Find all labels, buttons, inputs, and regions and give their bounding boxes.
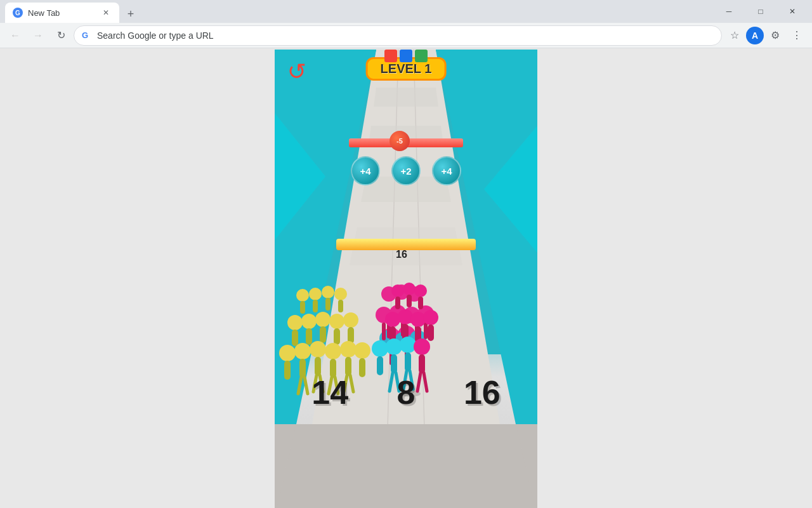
svg-point-166: [296, 289, 309, 302]
svg-point-183: [325, 343, 341, 359]
svg-text:16: 16: [396, 249, 407, 260]
svg-point-136: [403, 283, 416, 295]
svg-point-184: [340, 341, 357, 358]
svg-rect-140: [418, 297, 423, 309]
svg-point-185: [279, 345, 296, 361]
tab-title: New Tab: [28, 8, 95, 18]
svg-rect-138: [395, 297, 400, 309]
svg-point-175: [343, 312, 358, 328]
svg-point-173: [329, 314, 344, 329]
svg-rect-167: [313, 300, 318, 312]
window-controls: ─ □ ✕: [714, 1, 807, 22]
svg-point-163: [309, 288, 322, 300]
svg-point-182: [310, 341, 326, 358]
deco-box-green: [415, 50, 428, 62]
toolbar-right: ☆ A ⚙ ⋮: [724, 25, 807, 46]
address-bar[interactable]: G Search Google or type a URL: [74, 25, 722, 46]
svg-rect-176: [306, 328, 312, 345]
svg-point-181: [294, 343, 311, 359]
svg-point-164: [322, 286, 334, 298]
reload-button[interactable]: ↻: [51, 25, 71, 46]
crowd-number-center: 8: [397, 373, 416, 411]
deco-box-blue: [400, 50, 412, 62]
svg-point-152: [372, 340, 388, 357]
close-button[interactable]: ✕: [778, 1, 807, 22]
active-tab[interactable]: G New Tab ✕: [5, 3, 119, 23]
tab-strip: G New Tab ✕ +: [5, 0, 714, 23]
red-ball: -5: [390, 131, 410, 151]
svg-point-141: [385, 312, 400, 327]
svg-point-149: [386, 338, 402, 355]
svg-point-171: [301, 314, 317, 329]
bonus-circle-1: +4: [351, 156, 380, 185]
svg-rect-139: [407, 295, 412, 307]
minimize-button[interactable]: ─: [714, 1, 743, 22]
tab-close-button[interactable]: ✕: [100, 7, 112, 18]
svg-point-142: [398, 309, 413, 324]
svg-rect-148: [428, 324, 434, 341]
address-text: Search Google or type a URL: [97, 30, 714, 41]
back-button[interactable]: ←: [5, 25, 25, 46]
maximize-button[interactable]: □: [746, 1, 775, 22]
svg-point-172: [315, 312, 331, 327]
crowd-number-right: 16: [464, 373, 501, 411]
svg-rect-155: [419, 354, 425, 373]
svg-point-186: [354, 342, 370, 359]
svg-rect-169: [338, 300, 343, 312]
top-decorations: [384, 50, 428, 62]
extensions-button[interactable]: ⚙: [765, 25, 785, 46]
forward-button[interactable]: →: [28, 25, 48, 46]
svg-rect-153: [391, 354, 397, 373]
bonus-circle-3: +4: [432, 156, 461, 185]
svg-point-151: [414, 338, 430, 355]
new-tab-button[interactable]: +: [122, 5, 140, 23]
bookmark-button[interactable]: ☆: [724, 25, 745, 46]
toolbar: ← → ↻ G Search Google or type a URL ☆ A …: [0, 23, 812, 48]
svg-point-165: [334, 288, 347, 300]
svg-point-135: [391, 284, 404, 297]
svg-rect-179: [292, 330, 298, 346]
svg-rect-156: [377, 356, 383, 375]
svg-rect-177: [320, 326, 326, 343]
crowd-number-left: 14: [311, 373, 348, 411]
game-container: LEVEL 1 ↻ -5 +4 +2 +4: [275, 50, 537, 508]
svg-marker-11: [275, 424, 537, 508]
chrome-window: G New Tab ✕ + ─ □ ✕ ← → ↻: [0, 0, 812, 508]
deco-box-red: [384, 50, 397, 62]
svg-rect-168: [325, 298, 331, 311]
svg-point-144: [423, 310, 438, 325]
main-content: LEVEL 1 ↻ -5 +4 +2 +4: [0, 48, 812, 508]
svg-rect-170: [300, 301, 305, 314]
restart-button[interactable]: ↻: [284, 58, 310, 85]
menu-button[interactable]: ⋮: [787, 25, 807, 46]
bonus-circle-2: +2: [391, 156, 421, 185]
svg-point-150: [400, 337, 416, 353]
svg-marker-6: [374, 88, 438, 107]
svg-rect-154: [405, 352, 411, 371]
svg-rect-178: [334, 328, 340, 345]
crowd-numbers: 14 8 16: [275, 373, 537, 411]
title-bar: G New Tab ✕ + ─ □ ✕: [0, 0, 812, 23]
tab-favicon: G: [13, 8, 23, 18]
svg-point-174: [287, 315, 303, 330]
restart-icon: ↻: [287, 58, 306, 85]
profile-avatar[interactable]: A: [746, 27, 764, 44]
google-logo: G: [82, 30, 92, 41]
bonus-circles: +4 +2 +4: [351, 156, 461, 185]
svg-point-137: [414, 284, 427, 297]
